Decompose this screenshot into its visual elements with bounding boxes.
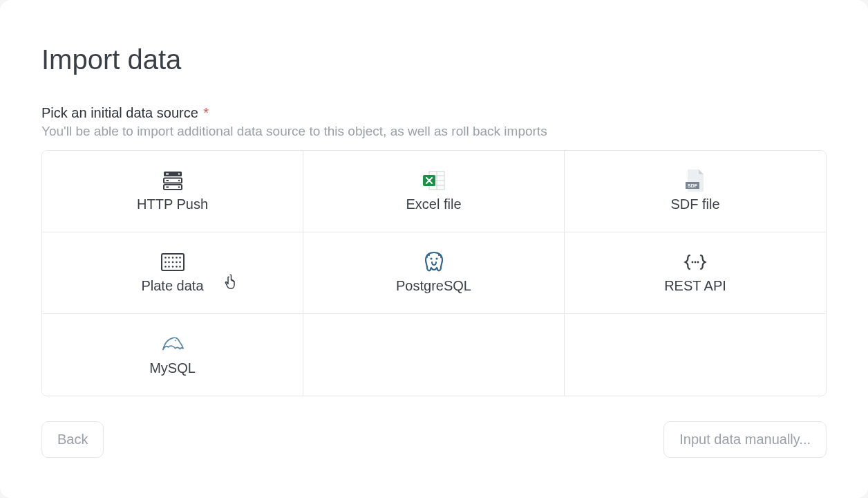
svg-point-21 <box>176 257 178 259</box>
source-tile-http-push[interactable]: HTTP Push <box>42 151 303 232</box>
empty-tile <box>565 314 826 396</box>
tile-label: Excel file <box>406 196 461 212</box>
page-title: Import data <box>41 44 827 75</box>
excel-icon <box>422 170 446 191</box>
source-tile-plate[interactable]: Plate data <box>42 232 303 314</box>
svg-point-27 <box>179 261 181 264</box>
svg-point-25 <box>171 261 173 264</box>
required-asterisk: * <box>203 105 209 120</box>
section-hint: You'll be able to import additional data… <box>41 124 827 139</box>
svg-point-33 <box>430 257 432 259</box>
svg-point-29 <box>168 266 170 268</box>
braces-icon <box>683 252 707 273</box>
tile-label: PostgreSQL <box>396 278 471 294</box>
section-label-text: Pick an initial data source <box>41 105 198 120</box>
svg-point-8 <box>178 186 179 187</box>
section-header: Pick an initial data source * You'll be … <box>41 103 827 139</box>
svg-point-5 <box>178 180 179 181</box>
tile-label: SDF file <box>670 196 719 212</box>
svg-point-24 <box>168 261 170 264</box>
source-tile-excel[interactable]: Excel file <box>303 151 565 232</box>
svg-rect-1 <box>166 174 169 175</box>
svg-point-20 <box>171 257 173 259</box>
svg-point-31 <box>176 266 178 268</box>
sdf-file-icon: SDF <box>683 170 707 191</box>
tile-label: HTTP Push <box>137 196 208 212</box>
svg-text:SDF: SDF <box>688 183 698 188</box>
footer-buttons: Back Input data manually... <box>41 421 827 458</box>
input-manually-button[interactable]: Input data manually... <box>663 421 827 458</box>
svg-point-23 <box>164 261 167 264</box>
source-tile-mysql[interactable]: MySQL <box>42 314 303 396</box>
source-tile-sdf[interactable]: SDF SDF file <box>565 151 826 232</box>
import-data-panel: Import data Pick an initial data source … <box>0 0 868 498</box>
svg-point-38 <box>174 340 176 341</box>
data-source-grid: HTTP Push Excel file <box>41 150 827 396</box>
tile-label: MySQL <box>149 360 196 376</box>
elephant-icon <box>422 252 446 273</box>
tile-label: Plate data <box>141 278 203 294</box>
empty-tile <box>303 314 565 396</box>
svg-point-2 <box>178 173 179 174</box>
svg-point-32 <box>179 266 181 268</box>
svg-point-37 <box>697 261 699 264</box>
server-stack-icon <box>161 170 185 191</box>
dolphin-icon <box>161 334 185 355</box>
source-tile-restapi[interactable]: REST API <box>565 232 826 314</box>
svg-point-36 <box>695 261 697 264</box>
tile-label: REST API <box>664 278 726 294</box>
svg-rect-7 <box>166 187 169 188</box>
svg-point-19 <box>168 257 170 259</box>
cursor-pointer-icon <box>225 274 240 290</box>
back-button[interactable]: Back <box>41 421 104 458</box>
source-tile-postgresql[interactable]: PostgreSQL <box>303 232 565 314</box>
plate-grid-icon <box>161 252 185 273</box>
section-label: Pick an initial data source * <box>41 103 827 122</box>
svg-point-26 <box>176 261 178 264</box>
svg-point-18 <box>164 257 167 259</box>
svg-point-28 <box>164 266 167 268</box>
svg-point-30 <box>171 266 173 268</box>
svg-point-22 <box>179 257 181 259</box>
svg-rect-4 <box>166 180 169 181</box>
svg-point-34 <box>435 257 437 259</box>
svg-point-35 <box>692 261 694 264</box>
